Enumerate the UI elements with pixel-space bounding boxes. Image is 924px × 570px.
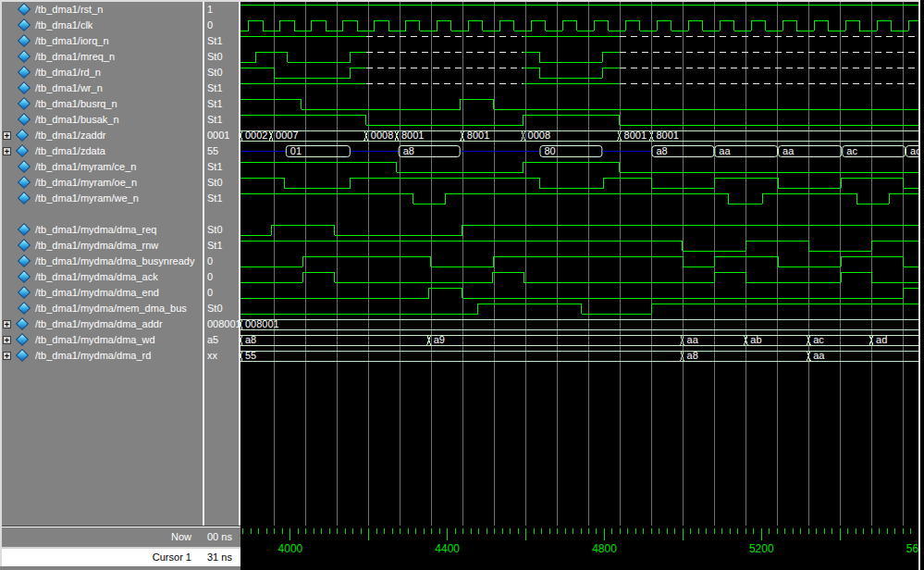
svg-text:ab: ab [750, 334, 761, 345]
signal-diamond-icon [16, 144, 29, 157]
signal-row[interactable]: +/tb_dma1/mydma/dma_rd [0, 348, 203, 364]
signal-value-cell: xx [207, 348, 239, 364]
signal-diamond-icon [16, 317, 29, 330]
now-row: Now 00 ns [0, 527, 240, 547]
signal-name-label: /tb_dma1/zaddr [35, 128, 105, 143]
waveform-canvas[interactable]: 0002000700088001800100088001800101a880a8… [240, 0, 924, 526]
svg-text:0008: 0008 [528, 130, 550, 141]
signal-value-cell: 0 [207, 269, 239, 285]
timeline-ruler-canvas[interactable]: 40004400480052005600 [240, 526, 924, 570]
signal-names-panel: /tb_dma1/rst_n/tb_dma1/clk/tb_dma1/iorq_… [0, 0, 203, 526]
signal-value-cell: 008001 [207, 316, 239, 332]
signal-name-label: /tb_dma1/myram/ce_n [35, 159, 136, 175]
signal-name-label: /tb_dma1/myram/oe_n [35, 175, 137, 191]
svg-text:01: 01 [290, 145, 302, 156]
signal-row[interactable]: /tb_dma1/busrq_n [0, 96, 203, 112]
signal-name-label: /tb_dma1/busrq_n [35, 96, 117, 112]
signal-value-cell: St0 [207, 222, 239, 238]
signal-row[interactable]: /tb_dma1/mydma/dma_busynready [0, 254, 203, 269]
signal-row[interactable]: /tb_dma1/myram/oe_n [0, 175, 203, 191]
svg-text:a8: a8 [687, 350, 698, 361]
signal-row[interactable]: /tb_dma1/mydma/dma_rnw [0, 238, 203, 254]
wave-trace: 008001 [240, 318, 924, 329]
svg-text:aa: aa [813, 350, 825, 361]
signal-row[interactable]: /tb_dma1/wr_n [0, 81, 203, 96]
expand-plus-icon[interactable]: + [3, 320, 11, 328]
timeline-ticks: 40004400480052005600 [243, 528, 924, 555]
signal-row[interactable]: /tb_dma1/rst_n [0, 2, 203, 18]
svg-text:ad: ad [876, 334, 887, 345]
signal-diamond-icon [18, 160, 31, 173]
signal-name-label: /tb_dma1/wr_n [35, 81, 103, 96]
timeline-label: 5200 [749, 542, 774, 555]
signal-name-label: /tb_dma1/mydma/dma_req [35, 222, 156, 238]
svg-text:0007: 0007 [276, 130, 298, 141]
signal-row[interactable]: /tb_dma1/myram/we_n [0, 191, 203, 206]
signal-value-cell: St0 [207, 49, 239, 65]
modelsim-wave-window: /tb_dma1/rst_n/tb_dma1/clk/tb_dma1/iorq_… [0, 0, 924, 570]
signal-name-label: /tb_dma1/mreq_n [35, 49, 115, 65]
signal-name-label: /tb_dma1/mydma/dma_rnw [35, 238, 158, 254]
signal-row[interactable]: /tb_dma1/mydma/dma_ack [0, 269, 203, 285]
expand-plus-icon[interactable]: + [3, 147, 11, 155]
signal-row[interactable]: /tb_dma1/busak_n [0, 112, 203, 128]
now-label: Now [0, 527, 191, 547]
signal-diamond-icon [16, 349, 29, 362]
signal-diamond-icon [18, 270, 31, 283]
cursor-row[interactable]: Cursor 1 31 ns [0, 549, 240, 566]
svg-text:aa: aa [719, 145, 731, 156]
svg-text:a8: a8 [656, 145, 667, 156]
signal-row[interactable]: /tb_dma1/iorq_n [0, 33, 203, 49]
signal-name-label: /tb_dma1/clk [35, 18, 92, 33]
waveform-panel[interactable]: 0002000700088001800100088001800101a880a8… [240, 0, 924, 526]
svg-text:55: 55 [245, 350, 256, 361]
signal-value-cell: St1 [207, 81, 239, 96]
signal-row[interactable]: /tb_dma1/myram/ce_n [0, 159, 203, 175]
wave-trace: 01a880a8aaaaacac [240, 145, 924, 157]
expand-plus-icon[interactable]: + [3, 336, 11, 344]
signal-row[interactable]: /tb_dma1/mydma/mem_dma_bus [0, 301, 203, 316]
timeline-ruler[interactable]: 40004400480052005600 [240, 526, 924, 570]
signal-row[interactable]: /tb_dma1/rd_n [0, 65, 203, 81]
signal-name-label: /tb_dma1/zdata [35, 143, 105, 159]
signal-diamond-icon [16, 129, 29, 142]
signal-diamond-icon [18, 254, 31, 267]
expand-plus-icon[interactable]: + [3, 131, 11, 140]
signal-name-label: /tb_dma1/iorq_n [35, 33, 109, 49]
cursor-value: 31 ns [207, 549, 232, 566]
signal-diamond-icon [16, 333, 29, 346]
expand-plus-icon[interactable]: + [3, 352, 11, 360]
signal-name-label: /tb_dma1/mydma/mem_dma_bus [35, 301, 187, 316]
now-value: 00 ns [207, 527, 232, 547]
signal-name-label: /tb_dma1/mydma/dma_rd [35, 348, 151, 364]
signal-diamond-icon [18, 34, 31, 47]
wave-trace [240, 162, 924, 172]
signal-value-cell: St1 [207, 33, 239, 49]
signal-row[interactable]: /tb_dma1/mreq_n [0, 49, 203, 65]
svg-text:8001: 8001 [467, 130, 489, 141]
signal-value-cell: St1 [207, 159, 239, 175]
bottom-edge [0, 566, 242, 570]
signal-diamond-icon [18, 176, 31, 189]
signal-row[interactable]: /tb_dma1/mydma/dma_end [0, 285, 203, 301]
signal-name-label: /tb_dma1/mydma/dma_addr [35, 316, 163, 332]
signal-diamond-icon [18, 19, 31, 31]
wave-gridlines [275, 2, 903, 526]
signal-diamond-icon [18, 286, 31, 299]
signal-name-label: /tb_dma1/busak_n [35, 112, 119, 128]
window-right-edge [920, 0, 924, 570]
signal-row[interactable]: +/tb_dma1/zaddr [0, 128, 203, 143]
signal-row[interactable]: +/tb_dma1/mydma/dma_wd [0, 332, 203, 348]
signal-row[interactable]: /tb_dma1/mydma/dma_req [0, 222, 203, 238]
wave-trace [240, 99, 924, 109]
signal-name-label: /tb_dma1/mydma/dma_wd [35, 332, 155, 348]
signal-value-cell: St1 [207, 112, 239, 128]
signal-name-label: /tb_dma1/rd_n [35, 65, 101, 81]
signal-diamond-icon [18, 223, 31, 236]
signal-row[interactable]: +/tb_dma1/mydma/dma_addr [0, 316, 203, 332]
signal-row[interactable]: /tb_dma1/clk [0, 18, 203, 33]
signal-row[interactable]: +/tb_dma1/zdata [0, 143, 203, 159]
wave-trace: 00020007000880018001000880018001 [240, 130, 924, 141]
svg-text:8001: 8001 [624, 130, 647, 141]
svg-text:8001: 8001 [401, 130, 424, 141]
